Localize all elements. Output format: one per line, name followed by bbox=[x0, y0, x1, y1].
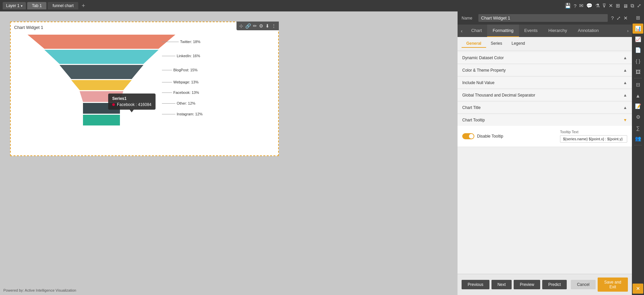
tooltip-text-group: Tooltip Text bbox=[560, 130, 627, 143]
accordion-header-color[interactable]: Color & Theme Property ▲ bbox=[458, 65, 632, 76]
panel-header: Name ? ⤢ ✕ bbox=[458, 11, 632, 25]
label-webpage: Webpage: 13% bbox=[173, 80, 199, 84]
tab2[interactable]: funnel chart bbox=[48, 2, 78, 9]
sidebar-area-chart-icon[interactable]: ▲ bbox=[633, 90, 643, 101]
accordion-arrow-separator: ▲ bbox=[623, 93, 627, 98]
accordion-header-dynamic[interactable]: Dynamic Dataset Color ▲ bbox=[458, 52, 632, 64]
accordion-header-chart-title[interactable]: Chart Title ▲ bbox=[458, 102, 632, 113]
save-icon[interactable]: 💾 bbox=[565, 3, 571, 9]
tooltip-text-input[interactable] bbox=[560, 135, 627, 143]
tab-formatting[interactable]: Formatting bbox=[487, 25, 519, 37]
funnel-chart-area: Twitter: 18% LinkedIn: 16% BlogPost: 15%… bbox=[11, 31, 278, 146]
sub-tabs: General Series Legend bbox=[458, 37, 632, 51]
sub-tab-general[interactable]: General bbox=[462, 40, 486, 48]
accordion-arrow-color: ▲ bbox=[623, 68, 627, 73]
copy-icon[interactable]: ⧉ bbox=[631, 3, 634, 9]
label-other: Other: 12% bbox=[177, 101, 196, 105]
previous-button[interactable]: Previous bbox=[462, 280, 489, 289]
panel-tab-prev[interactable]: ‹ bbox=[458, 26, 466, 36]
toolbar-more-icon[interactable]: ⋮ bbox=[271, 23, 276, 29]
chat-icon[interactable]: 💬 bbox=[586, 3, 593, 9]
accordion-chart-title: Chart Title ▲ bbox=[458, 102, 632, 114]
help-icon[interactable]: ? bbox=[574, 3, 576, 9]
close-panel-icon[interactable]: ✕ bbox=[624, 15, 628, 21]
powered-by: Powered by: Active Intelligence Visualiz… bbox=[3, 288, 76, 292]
canvas-area: Chart Widget 1 ⊹ 🔗 ✏ ⚙ ⬇ ⋮ bbox=[0, 11, 457, 295]
widget-toolbar: ⊹ 🔗 ✏ ⚙ ⬇ ⋮ bbox=[237, 22, 279, 30]
toolbar-link-icon[interactable]: 🔗 bbox=[245, 23, 251, 29]
toolbar-edit-icon[interactable]: ✏ bbox=[253, 23, 257, 29]
accordion-header-null[interactable]: Include Null Value ▲ bbox=[458, 77, 632, 88]
accordion-chart-tooltip: Chart Tooltip ▼ Disable Tooltip Tooltip … bbox=[458, 114, 632, 147]
accordion-header-separator[interactable]: Global Thousand and Decimal Separator ▲ bbox=[458, 89, 632, 101]
panel-footer: Previous Next Preview Predict Cancel Sav… bbox=[458, 274, 632, 295]
sidebar-chart-line-icon[interactable]: 📈 bbox=[633, 34, 643, 44]
sidebar-image-icon[interactable]: 🖼 bbox=[633, 67, 643, 77]
mail-icon[interactable]: ✉ bbox=[579, 3, 584, 9]
right-sidebar: ⊞ 📊 📈 📄 { } 🖼 ⊟ ▲ 📝 ⚙ ∑ 👥 ✕ bbox=[632, 11, 644, 295]
add-tab-button[interactable]: + bbox=[80, 2, 87, 9]
toolbar-settings-icon[interactable]: ⚙ bbox=[259, 23, 263, 29]
svg-marker-1 bbox=[44, 50, 159, 64]
sidebar-people-icon[interactable]: 👥 bbox=[633, 134, 643, 144]
layer-tab-arrow: ▾ bbox=[21, 4, 23, 8]
toolbar-move-icon[interactable]: ⊹ bbox=[239, 23, 243, 29]
accordion-arrow-dynamic: ▲ bbox=[623, 56, 627, 60]
funnel-icon[interactable]: ⊽ bbox=[602, 3, 606, 9]
sidebar-table-icon[interactable]: ⊟ bbox=[633, 80, 643, 90]
preview-button[interactable]: Preview bbox=[514, 280, 540, 289]
sidebar-close-icon[interactable]: ✕ bbox=[633, 284, 643, 294]
tab-annotation[interactable]: Annotation bbox=[572, 25, 604, 37]
sidebar-bracket-icon[interactable]: { } bbox=[633, 56, 643, 66]
sidebar-settings-icon[interactable]: ⚙ bbox=[633, 112, 643, 122]
cross-icon[interactable]: ✕ bbox=[609, 3, 613, 9]
disable-tooltip-toggle[interactable] bbox=[462, 133, 474, 139]
toggle-row: Disable Tooltip bbox=[462, 133, 503, 139]
funnel-svg bbox=[17, 31, 185, 139]
accordion-content-tooltip: Disable Tooltip Tooltip Text bbox=[458, 126, 632, 147]
sidebar-file-text-icon[interactable]: 📝 bbox=[633, 101, 643, 111]
disable-tooltip-label: Disable Tooltip bbox=[477, 134, 503, 139]
table-icon[interactable]: ⊞ bbox=[616, 3, 620, 9]
widget-name-input[interactable] bbox=[478, 14, 608, 22]
accordion-global-separator: Global Thousand and Decimal Separator ▲ bbox=[458, 89, 632, 101]
sub-tab-legend[interactable]: Legend bbox=[507, 40, 530, 48]
tooltip-tail bbox=[130, 110, 134, 112]
tooltip-settings: Disable Tooltip Tooltip Text bbox=[462, 130, 627, 143]
sidebar-document-icon[interactable]: 📄 bbox=[633, 45, 643, 55]
tab-events[interactable]: Events bbox=[519, 25, 543, 37]
move-panel-icon[interactable]: ⤢ bbox=[616, 15, 621, 21]
help-panel-icon[interactable]: ? bbox=[611, 15, 614, 21]
tab-hierarchy[interactable]: Hierarchy bbox=[543, 25, 572, 37]
tab1[interactable]: Tab 1 bbox=[27, 2, 46, 9]
top-bar-icons: 💾 ? ✉ 💬 ⚗ ⊽ ✕ ⊞ 🖥 ⧉ ⤢ bbox=[565, 3, 641, 9]
label-facebook: Facebook: 13% bbox=[173, 90, 199, 95]
filter-icon[interactable]: ⚗ bbox=[595, 3, 600, 9]
next-button[interactable]: Next bbox=[491, 280, 512, 289]
panel-header-icons: ? ⤢ ✕ bbox=[611, 15, 628, 21]
name-label: Name bbox=[462, 16, 475, 21]
accordion-header-tooltip[interactable]: Chart Tooltip ▼ bbox=[458, 114, 632, 126]
accordion-arrow-tooltip: ▼ bbox=[623, 118, 627, 122]
toolbar-download-icon[interactable]: ⬇ bbox=[265, 23, 269, 29]
predict-button[interactable]: Predict bbox=[542, 280, 567, 289]
tab-chart[interactable]: Chart bbox=[466, 25, 487, 37]
label-blogpost: BlogPost: 15% bbox=[173, 68, 198, 72]
expand-icon[interactable]: ⤢ bbox=[637, 3, 641, 9]
sidebar-formula-icon[interactable]: ∑ bbox=[633, 123, 643, 133]
sidebar-divider-1 bbox=[634, 78, 642, 78]
save-exit-button[interactable]: Save and Exit bbox=[598, 278, 628, 292]
panel-tab-next[interactable]: › bbox=[624, 26, 632, 36]
layer-tab[interactable]: Layer 1 ▾ bbox=[3, 2, 26, 9]
sidebar-chart-bar-icon[interactable]: 📊 bbox=[633, 24, 643, 34]
tooltip-series: Series1 bbox=[112, 96, 152, 101]
svg-marker-6 bbox=[83, 115, 120, 125]
sidebar-divider-2 bbox=[634, 145, 642, 145]
top-bar: Layer 1 ▾ Tab 1 funnel chart + 💾 ? ✉ 💬 ⚗… bbox=[0, 0, 644, 11]
label-instagram: Instagram: 12% bbox=[177, 112, 203, 116]
sidebar-grid-icon[interactable]: ⊞ bbox=[633, 13, 643, 23]
sub-tab-series[interactable]: Series bbox=[486, 40, 507, 48]
monitor-icon[interactable]: 🖥 bbox=[623, 3, 628, 9]
tooltip-value: Facebook : 416084 bbox=[117, 102, 152, 107]
cancel-button[interactable]: Cancel bbox=[571, 280, 595, 289]
